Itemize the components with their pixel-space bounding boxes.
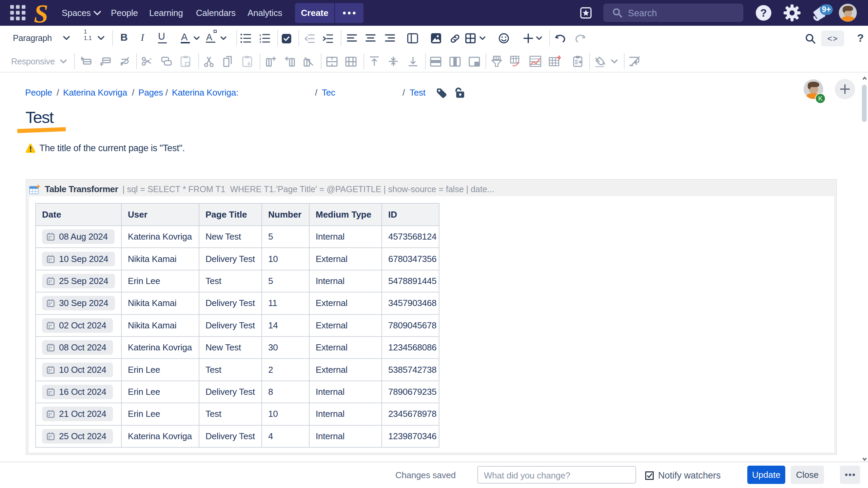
svg-text:2: 2 (259, 37, 261, 41)
svg-text:3: 3 (259, 41, 261, 43)
svg-text:1: 1 (259, 34, 261, 37)
svg-text:?: ? (761, 7, 767, 19)
